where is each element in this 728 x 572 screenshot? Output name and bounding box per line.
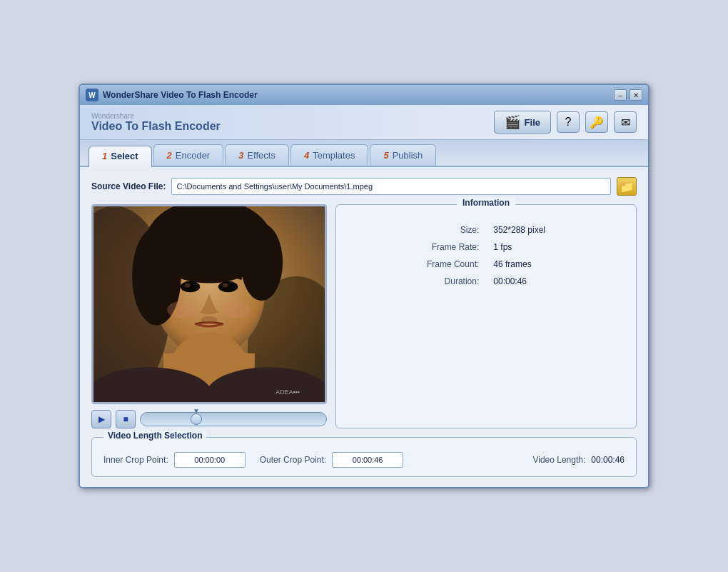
tab-bar: 1 Select 2 Encoder 3 Effects 4 Templates… (80, 140, 648, 167)
info-duration-key: Duration: (427, 276, 479, 286)
window-title: WonderShare Video To Flash Encoder (103, 90, 258, 100)
title-bar-left: W WonderShare Video To Flash Encoder (86, 89, 258, 101)
info-grid: Size: 352*288 pixel Frame Rate: 1 fps Fr… (348, 225, 625, 286)
app-header: Wondershare Video To Flash Encoder 🎬 Fil… (80, 105, 648, 140)
tab-3-label: Effects (247, 150, 275, 161)
seek-handle[interactable] (191, 413, 202, 425)
outer-crop-label: Outer Crop Point: (260, 455, 326, 465)
brand: Wondershare Video To Flash Encoder (91, 112, 221, 133)
info-framecount-value: 46 frames (493, 259, 545, 269)
info-framerate-key: Frame Rate: (427, 242, 479, 252)
brand-top-label: Wondershare (91, 112, 221, 120)
svg-point-14 (223, 284, 228, 288)
source-file-label: Source Video File: (91, 181, 166, 191)
svg-point-13 (185, 284, 191, 288)
app-icon: W (86, 89, 98, 101)
video-length-group: Video Length: 00:00:46 (532, 455, 625, 465)
outer-crop-group: Outer Crop Point: (260, 452, 403, 468)
video-frame: ADEA▪▪▪ (91, 204, 327, 404)
video-length-value: 00:00:46 (591, 455, 625, 465)
key-button[interactable]: 🔑 (585, 111, 608, 133)
main-window: W WonderShare Video To Flash Encoder – ✕… (79, 84, 649, 488)
tab-3-number: 3 (238, 150, 243, 161)
crop-section: Video Length Selection Inner Crop Point:… (91, 437, 637, 477)
tab-4-number: 4 (304, 150, 309, 161)
playback-controls: ▶ ■ ▼ (91, 410, 327, 428)
title-buttons: – ✕ (614, 89, 642, 101)
svg-point-11 (181, 281, 200, 293)
info-framecount-key: Frame Count: (427, 259, 479, 269)
browse-button[interactable]: 📁 (617, 177, 637, 196)
source-file-input[interactable] (171, 178, 611, 195)
svg-point-16 (167, 301, 195, 318)
tab-4-label: Templates (313, 150, 355, 161)
info-size-key: Size: (427, 225, 479, 235)
source-file-row: Source Video File: 📁 (91, 177, 637, 196)
svg-point-17 (223, 301, 251, 318)
info-panel: Information Size: 352*288 pixel Frame Ra… (335, 204, 637, 428)
svg-text:ADEA▪▪▪: ADEA▪▪▪ (275, 388, 299, 396)
tab-effects[interactable]: 3 Effects (225, 144, 289, 166)
file-button-label: File (525, 117, 540, 128)
tab-encoder[interactable]: 2 Encoder (153, 144, 224, 166)
crop-section-title: Video Length Selection (103, 431, 206, 441)
header-buttons: 🎬 File ? 🔑 ✉ (494, 111, 637, 134)
help-button[interactable]: ? (557, 111, 580, 133)
brand-bottom-label: Video To Flash Encoder (91, 120, 221, 133)
tab-5-number: 5 (383, 150, 388, 161)
main-body: ADEA▪▪▪ ▶ ■ ▼ Information (91, 204, 637, 428)
minimize-button[interactable]: – (614, 89, 627, 101)
outer-crop-input[interactable] (332, 452, 403, 468)
stop-button[interactable]: ■ (116, 410, 136, 428)
tab-1-number: 1 (102, 151, 107, 161)
inner-crop-input[interactable] (174, 452, 246, 468)
file-button[interactable]: 🎬 File (494, 111, 551, 134)
svg-point-15 (201, 316, 218, 323)
svg-point-6 (241, 224, 283, 301)
tab-1-label: Select (111, 151, 138, 161)
info-panel-title: Information (457, 198, 515, 208)
tab-2-label: Encoder (176, 150, 210, 161)
tab-5-label: Publish (393, 150, 423, 161)
tab-2-number: 2 (167, 150, 172, 161)
title-bar: W WonderShare Video To Flash Encoder – ✕ (80, 85, 648, 105)
tab-publish[interactable]: 5 Publish (370, 144, 436, 166)
video-preview: ADEA▪▪▪ (93, 206, 325, 402)
close-button[interactable]: ✕ (630, 89, 642, 101)
info-framerate-value: 1 fps (493, 242, 545, 252)
info-duration-value: 00:00:46 (493, 276, 545, 286)
info-size-value: 352*288 pixel (493, 225, 545, 235)
inner-crop-label: Inner Crop Point: (103, 455, 168, 465)
crop-row: Inner Crop Point: Outer Crop Point: Vide… (103, 452, 625, 468)
content-area: Source Video File: 📁 (80, 167, 648, 487)
play-button[interactable]: ▶ (91, 410, 111, 428)
svg-point-12 (218, 281, 238, 293)
video-length-label: Video Length: (532, 455, 585, 465)
seek-bar[interactable]: ▼ (140, 412, 327, 426)
mail-button[interactable]: ✉ (614, 111, 637, 133)
tab-templates[interactable]: 4 Templates (290, 144, 368, 166)
file-icon: 🎬 (505, 114, 520, 130)
tab-select[interactable]: 1 Select (89, 146, 152, 167)
inner-crop-group: Inner Crop Point: (103, 452, 246, 468)
preview-section: ADEA▪▪▪ ▶ ■ ▼ (91, 204, 327, 428)
